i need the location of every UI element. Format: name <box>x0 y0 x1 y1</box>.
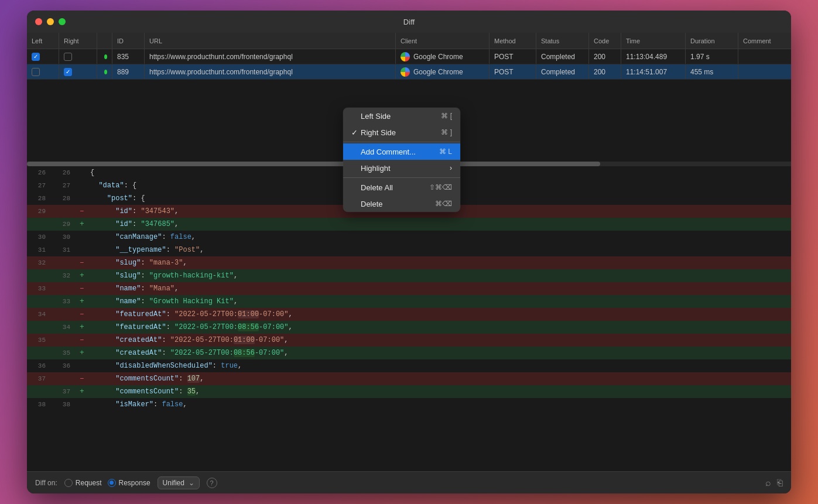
diff-line-removed: 33 – "name": "Mana", <box>27 282 791 295</box>
diff-line: 38 38 "isMaker": false, <box>27 398 791 411</box>
menu-divider-2 <box>343 177 460 178</box>
th-code: Code <box>589 33 621 49</box>
titlebar: Diff <box>27 11 791 33</box>
th-left: Left <box>27 33 59 49</box>
td-url-2: https://www.producthunt.com/frontend/gra… <box>145 64 396 79</box>
menu-item-delete-all[interactable]: Delete All ⇧⌘⌫ <box>343 179 460 196</box>
diff-line: 30 30 "canManage": false, <box>27 231 791 244</box>
td-comment-1 <box>738 49 791 64</box>
td-status-1: Completed <box>536 49 589 64</box>
diff-line-added: 35 + "createdAt": "2022-05-27T00:08:56-0… <box>27 347 791 359</box>
radio-response[interactable]: Response <box>108 479 150 487</box>
empty-area: Left Side ⌘ [ ✓ Right Side ⌘ ] Add Comme… <box>27 80 791 162</box>
th-status: Status <box>536 33 589 49</box>
close-button[interactable] <box>35 18 42 25</box>
radio-request-circle <box>64 479 73 487</box>
menu-divider-1 <box>343 142 460 142</box>
td-dot-2 <box>97 64 112 79</box>
td-time-2: 11:14:51.007 <box>621 64 686 79</box>
diff-line: 36 36 "disabledWhenScheduled": true, <box>27 359 791 372</box>
radio-request[interactable]: Request <box>64 479 102 487</box>
td-id-2: 889 <box>112 64 145 79</box>
td-time-1: 11:13:04.489 <box>621 49 686 64</box>
td-status-2: Completed <box>536 64 589 79</box>
td-method-1: POST <box>490 49 536 64</box>
th-right: Right <box>59 33 97 49</box>
th-method: Method <box>490 33 536 49</box>
td-left-check-1 <box>27 49 59 64</box>
chrome-icon-1 <box>401 52 410 61</box>
window-title: Diff <box>403 18 415 26</box>
radio-response-label: Response <box>119 479 150 487</box>
th-id: ID <box>112 33 145 49</box>
scrollbar-thumb[interactable] <box>27 162 600 166</box>
td-dot-1 <box>97 49 112 64</box>
table-header: Left Right ID URL Client Method Status C… <box>27 33 791 49</box>
td-right-check-1 <box>59 49 97 64</box>
checkmark-highlight <box>351 164 361 173</box>
diff-line-removed: 34 – "featuredAt": "2022-05-27T00:01:00-… <box>27 308 791 321</box>
checkmark-delete-all <box>351 183 361 192</box>
th-dot <box>97 33 112 49</box>
radio-response-circle <box>108 479 116 487</box>
diff-line-added: 32 + "slug": "growth-hacking-kit", <box>27 269 791 282</box>
left-checkbox-1[interactable] <box>32 53 40 61</box>
td-url-1: https://www.producthunt.com/frontend/gra… <box>145 49 396 64</box>
diff-line-added: 29 + "id": "347685", <box>27 218 791 231</box>
help-button[interactable]: ? <box>207 478 217 488</box>
td-right-check-2 <box>59 64 97 79</box>
diff-line-added: 37 + "commentsCount": 35, <box>27 385 791 398</box>
td-id-1: 835 <box>112 49 145 64</box>
status-dot-1 <box>104 54 107 59</box>
diff-on-radio-group: Request Response <box>64 479 150 487</box>
checkmark-delete <box>351 200 361 208</box>
th-comment: Comment <box>738 33 791 49</box>
chrome-icon-2 <box>401 67 410 77</box>
td-method-2: POST <box>490 64 536 79</box>
submenu-arrow: › <box>450 164 452 172</box>
menu-item-left-side[interactable]: Left Side ⌘ [ <box>343 108 460 124</box>
left-checkbox-2[interactable] <box>32 68 40 76</box>
minimize-button[interactable] <box>47 18 54 25</box>
maximize-button[interactable] <box>59 18 66 25</box>
td-code-1: 200 <box>589 49 621 64</box>
menu-item-add-comment[interactable]: Add Comment... ⌘ L <box>343 143 460 160</box>
table-row[interactable]: 889 https://www.producthunt.com/frontend… <box>27 64 791 80</box>
th-duration: Duration <box>686 33 738 49</box>
unified-select[interactable]: Unified Split <box>163 479 185 487</box>
checkmark-left <box>351 112 361 121</box>
menu-item-right-side[interactable]: ✓ Right Side ⌘ ] <box>343 124 460 140</box>
bottom-bar: Diff on: Request Response Unified Split … <box>27 471 791 493</box>
context-menu: Left Side ⌘ [ ✓ Right Side ⌘ ] Add Comme… <box>343 108 460 212</box>
bottom-right-actions: ⌕ ⎗ <box>765 478 783 488</box>
requests-table: Left Right ID URL Client Method Status C… <box>27 33 791 80</box>
diff-line-added: 34 + "featuredAt": "2022-05-27T00:08:56-… <box>27 321 791 334</box>
search-icon[interactable]: ⌕ <box>765 478 771 488</box>
td-client-2: Google Chrome <box>396 64 490 79</box>
td-duration-2: 455 ms <box>686 64 738 79</box>
right-checkbox-1[interactable] <box>64 53 72 61</box>
th-time: Time <box>621 33 686 49</box>
unified-select-wrapper[interactable]: Unified Split ⌄ <box>158 476 200 489</box>
th-client: Client <box>396 33 490 49</box>
app-window: Diff Left Right ID URL Client Method Sta… <box>27 11 791 493</box>
chevron-down-icon: ⌄ <box>189 479 194 487</box>
td-left-check-2 <box>27 64 59 79</box>
table-row[interactable]: 835 https://www.producthunt.com/frontend… <box>27 49 791 64</box>
right-checkbox-2[interactable] <box>64 68 72 76</box>
menu-item-highlight[interactable]: Highlight › <box>343 160 460 176</box>
diff-on-label: Diff on: <box>35 479 57 487</box>
td-duration-1: 1.97 s <box>686 49 738 64</box>
menu-item-delete[interactable]: Delete ⌘⌫ <box>343 196 460 212</box>
diff-content: 26 26 { 27 27 "data": { 28 28 "post": { <box>27 166 791 471</box>
share-icon[interactable]: ⎗ <box>777 478 783 488</box>
td-client-1: Google Chrome <box>396 49 490 64</box>
diff-line-removed: 32 – "slug": "mana-3", <box>27 256 791 269</box>
diff-line-removed: 35 – "createdAt": "2022-05-27T00:01:00-0… <box>27 334 791 347</box>
diff-line-removed: 37 – "commentsCount": 107, <box>27 372 791 385</box>
checkmark-add <box>351 148 361 156</box>
td-comment-2 <box>738 64 791 79</box>
diff-line: 31 31 "__typename": "Post", <box>27 244 791 256</box>
diff-line-added: 33 + "name": "Growth Hacking Kit", <box>27 295 791 308</box>
status-dot-2 <box>104 70 107 74</box>
